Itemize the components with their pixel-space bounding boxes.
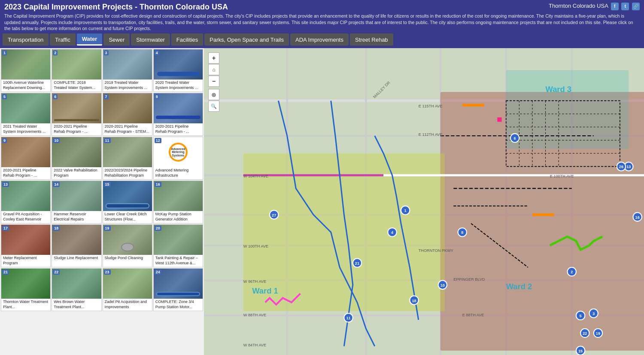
svg-text:26: 26 [619, 165, 623, 169]
svg-text:3: 3 [592, 312, 595, 316]
project-list: 1 100th Avenue Waterline Replacement Dow… [0, 48, 204, 355]
list-item[interactable]: 17 Meter Replacement Program [1, 224, 51, 267]
svg-text:E 112TH AVE: E 112TH AVE [419, 132, 443, 137]
svg-text:E 100TH AVE: E 100TH AVE [550, 174, 574, 178]
svg-text:E 115TH AVE: E 115TH AVE [419, 104, 443, 108]
svg-rect-84 [497, 117, 501, 122]
svg-text:10: 10 [440, 283, 445, 288]
tab-facilities[interactable]: Facilities [171, 34, 204, 46]
tab-transportation[interactable]: Transportation [3, 34, 49, 46]
svg-text:5: 5 [580, 314, 582, 318]
svg-text:W 88TH AVE: W 88TH AVE [243, 313, 266, 317]
link-icon[interactable]: 🔗 [632, 3, 640, 10]
zoom-in-button[interactable]: + [208, 52, 219, 64]
svg-text:11: 11 [346, 316, 350, 320]
svg-text:22: 22 [583, 331, 587, 336]
svg-text:W 84TH AVE: W 84TH AVE [243, 343, 266, 347]
list-item[interactable]: 4 2020 Treated Water System Improvements… [153, 49, 203, 92]
twitter-icon[interactable]: t [621, 3, 629, 10]
svg-text:16: 16 [635, 215, 640, 220]
svg-text:W 96TH AVE: W 96TH AVE [243, 279, 266, 284]
list-item[interactable]: 8 2020-2021 Pipeline Rehab Program - ... [153, 93, 203, 136]
list-item[interactable]: 18 Sludge Line Replacement [52, 224, 101, 267]
svg-text:E 88TH AVE: E 88TH AVE [462, 313, 484, 317]
list-item[interactable]: 15 Lower Clear Creek Ditch Structures (F… [103, 181, 152, 223]
svg-text:19: 19 [596, 331, 600, 336]
list-item[interactable]: 3 2019 Treated Water System Improvements… [103, 49, 152, 92]
location-label: Thornton Colorado USA [549, 3, 608, 9]
svg-text:18: 18 [412, 299, 416, 303]
list-item[interactable]: 1 100th Avenue Waterline Replacement Dow… [1, 49, 51, 92]
svg-text:8: 8 [461, 231, 463, 235]
svg-rect-15 [506, 70, 629, 149]
svg-text:15: 15 [578, 349, 583, 353]
tab-ada[interactable]: ADA Improvements [290, 34, 349, 46]
tab-parks[interactable]: Parks, Open Space and Trails [204, 34, 289, 46]
svg-text:W 100TH AVE: W 100TH AVE [243, 244, 268, 248]
list-item[interactable]: 9 2020-2021 Pipeline Rehab Program - ... [1, 137, 51, 180]
list-item[interactable]: 14 Hammer Reservoir Electrical Repairs [52, 181, 101, 223]
tab-bar: Transportation Traffic Water Sewer Storm… [0, 34, 644, 48]
page-title: 2023 Capital Improvement Projects - Thor… [4, 3, 228, 11]
svg-text:Ward 3: Ward 3 [546, 85, 571, 94]
tab-sewer[interactable]: Sewer [103, 34, 130, 46]
list-item[interactable]: 19 Sludge Pond Cleaning [103, 224, 152, 267]
list-item[interactable]: 24 COMPLETE: Zone 3/4 Pump Station Motor… [153, 268, 203, 311]
svg-text:27: 27 [272, 213, 276, 217]
svg-text:EPPINGER BLVD: EPPINGER BLVD [453, 277, 485, 282]
map-controls: + ⌂ − ◎ 🔍 [208, 52, 219, 112]
list-item[interactable]: 12 AdvancedMeteringSystems Advanced Mete… [153, 137, 203, 180]
svg-text:2: 2 [571, 270, 573, 274]
main-content: 1 100th Avenue Waterline Replacement Dow… [0, 48, 644, 355]
svg-text:THORNTON PKWY: THORNTON PKWY [419, 248, 453, 253]
header-right: Thornton Colorado USA f t 🔗 [549, 3, 640, 10]
list-item[interactable]: 7 2020-2021 Pipeline Rehab Program - STE… [103, 93, 152, 136]
list-item[interactable]: 6 2020-2021 Pipeline Rehab Program - ... [52, 93, 101, 136]
list-item[interactable]: 2 COMPLETE: 2018 Treated Water System... [52, 49, 101, 92]
list-item[interactable]: 5 2021 Treated Water System Improvements… [1, 93, 51, 136]
header-description: The Capital Improvement Program (CIP) pr… [4, 13, 640, 32]
tab-traffic[interactable]: Traffic [50, 34, 75, 46]
map-svg: Ward 3 Ward 1 Ward 2 MALLEY DR E 115TH A… [204, 48, 644, 355]
svg-text:Ward 2: Ward 2 [506, 282, 532, 291]
zoom-out-button[interactable]: − [208, 76, 219, 87]
search-button[interactable]: 🔍 [208, 101, 219, 112]
svg-text:1: 1 [404, 209, 407, 213]
svg-text:W 104TH AVE: W 104TH AVE [243, 174, 268, 178]
map-panel: Ward 3 Ward 1 Ward 2 MALLEY DR E 115TH A… [204, 48, 644, 355]
locate-button[interactable]: ◎ [208, 89, 219, 100]
svg-text:6: 6 [514, 136, 516, 141]
tab-street-rehab[interactable]: Street Rehab [350, 34, 393, 46]
list-item[interactable]: 21 Thornton Water Treatment Plant... [1, 268, 51, 311]
tab-water[interactable]: Water [77, 34, 103, 46]
list-item[interactable]: 22 Wes Brown Water Treatment Plant... [52, 268, 101, 311]
svg-text:Ward 1: Ward 1 [252, 286, 278, 295]
home-button[interactable]: ⌂ [208, 64, 219, 75]
list-item[interactable]: 20 Tank Painting & Repair – West 112th A… [153, 224, 203, 267]
header: Thornton Colorado USA f t 🔗 2023 Capital… [0, 0, 644, 34]
list-item[interactable]: 13 Gravel Pit Acquisition - Cooley East … [1, 181, 51, 223]
svg-text:13: 13 [626, 165, 631, 169]
list-item[interactable]: 23 Zadel Pit Acquisition and Improvement… [103, 268, 152, 311]
tab-stormwater[interactable]: Stormwater [131, 34, 170, 46]
svg-text:21: 21 [355, 261, 359, 266]
list-item[interactable]: 11 2022/2023/2024 Pipeline Rehabilitatio… [103, 137, 152, 180]
list-item[interactable]: 16 McKay Pump Station Generator Addition [153, 181, 203, 223]
facebook-icon[interactable]: f [611, 3, 619, 10]
list-item[interactable]: 10 2022 Valve Rehabilitation Program [52, 137, 101, 180]
